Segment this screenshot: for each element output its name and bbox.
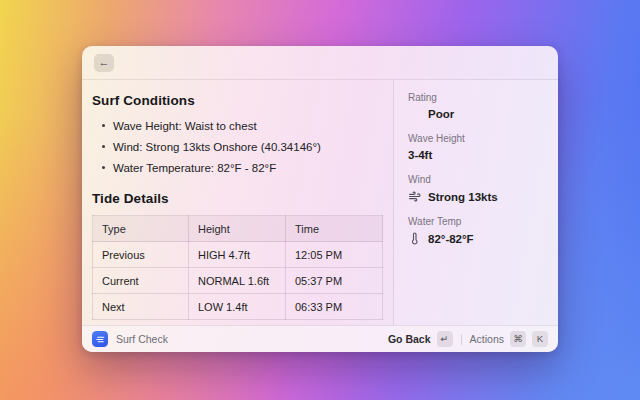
metadata-label: Wind bbox=[408, 174, 544, 185]
table-header-height: Height bbox=[189, 216, 286, 242]
actions-button[interactable]: Actions bbox=[470, 333, 504, 345]
status-bar: Surf Check Go Back ↵ Actions ⌘ K bbox=[82, 325, 558, 352]
metadata-item-wave-height: Wave Height 3-4ft bbox=[408, 133, 544, 161]
wind-icon bbox=[408, 190, 421, 203]
bullet-text: Water Temperature: 82°F - 82°F bbox=[113, 162, 276, 174]
cmd-key-icon: ⌘ bbox=[510, 331, 526, 347]
table-cell: LOW 1.4ft bbox=[189, 294, 286, 320]
table-cell: Next bbox=[93, 294, 189, 320]
table-cell: 12:05 PM bbox=[286, 242, 383, 268]
table-header-time: Time bbox=[286, 216, 383, 242]
k-key-icon: K bbox=[532, 331, 548, 347]
table-row: Current NORMAL 1.6ft 05:37 PM bbox=[93, 268, 383, 294]
list-item: Water Temperature: 82°F - 82°F bbox=[102, 157, 381, 178]
bullet-icon bbox=[102, 124, 105, 127]
table-cell: Current bbox=[93, 268, 189, 294]
table-cell: Previous bbox=[93, 242, 189, 268]
table-cell: NORMAL 1.6ft bbox=[189, 268, 286, 294]
metadata-label: Water Temp bbox=[408, 216, 544, 227]
enter-key-icon: ↵ bbox=[437, 331, 453, 347]
rating-bars-icon bbox=[408, 109, 421, 119]
table-cell: 06:33 PM bbox=[286, 294, 383, 320]
metadata-item-rating: Rating Poor bbox=[408, 92, 544, 120]
surf-conditions-heading: Surf Conditions bbox=[92, 93, 381, 108]
back-button[interactable]: ← bbox=[94, 54, 114, 72]
thermometer-icon bbox=[408, 232, 421, 245]
bullet-icon bbox=[102, 166, 105, 169]
back-arrow-icon: ← bbox=[99, 57, 110, 68]
table-cell: HIGH 4.7ft bbox=[189, 242, 286, 268]
main-content: Surf Conditions Wave Height: Waist to ch… bbox=[82, 80, 393, 325]
window-body: Surf Conditions Wave Height: Waist to ch… bbox=[82, 80, 558, 325]
window-header: ← bbox=[82, 46, 558, 80]
bullet-text: Wave Height: Waist to chest bbox=[113, 120, 257, 132]
footer-divider bbox=[461, 334, 462, 345]
surf-conditions-list: Wave Height: Waist to chest Wind: Strong… bbox=[102, 115, 381, 178]
metadata-value: 3-4ft bbox=[408, 149, 432, 161]
list-item: Wind: Strong 13kts Onshore (40.34146°) bbox=[102, 136, 381, 157]
tide-table: Type Height Time Previous HIGH 4.7ft 12:… bbox=[92, 215, 383, 320]
metadata-value: Poor bbox=[428, 108, 454, 120]
table-row: Next LOW 1.4ft 06:33 PM bbox=[93, 294, 383, 320]
bullet-text: Wind: Strong 13kts Onshore (40.34146°) bbox=[113, 141, 321, 153]
table-cell: 05:37 PM bbox=[286, 268, 383, 294]
metadata-label: Rating bbox=[408, 92, 544, 103]
table-header-type: Type bbox=[93, 216, 189, 242]
table-row: Previous HIGH 4.7ft 12:05 PM bbox=[93, 242, 383, 268]
app-window: ← Surf Conditions Wave Height: Waist to … bbox=[82, 46, 558, 352]
table-header-row: Type Height Time bbox=[93, 216, 383, 242]
surf-check-app-icon bbox=[92, 331, 108, 347]
list-item: Wave Height: Waist to chest bbox=[102, 115, 381, 136]
metadata-item-water-temp: Water Temp 82°-82°F bbox=[408, 216, 544, 245]
metadata-value: Strong 13kts bbox=[428, 191, 498, 203]
metadata-item-wind: Wind Strong 13kts bbox=[408, 174, 544, 203]
metadata-sidebar: Rating Poor Wave Height 3-4ft Wind bbox=[394, 80, 558, 325]
bullet-icon bbox=[102, 145, 105, 148]
tide-details-heading: Tide Details bbox=[92, 191, 381, 206]
metadata-value: 82°-82°F bbox=[428, 233, 474, 245]
metadata-label: Wave Height bbox=[408, 133, 544, 144]
app-name-label: Surf Check bbox=[116, 333, 168, 345]
go-back-button[interactable]: Go Back bbox=[388, 333, 431, 345]
